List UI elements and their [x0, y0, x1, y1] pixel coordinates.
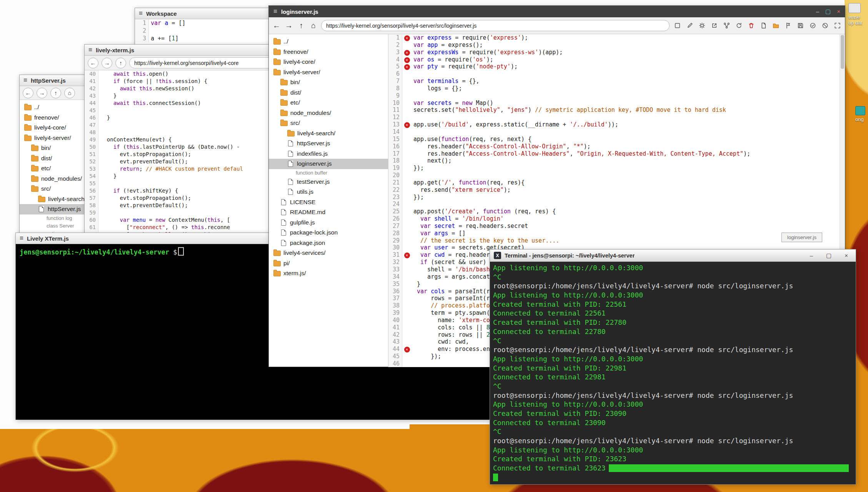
minimize-icon[interactable]: – — [810, 252, 813, 259]
menu-icon[interactable]: ≡ — [20, 234, 23, 242]
code-line[interactable]: 27 var secret = req.headers.secret — [388, 223, 845, 230]
terminal-console[interactable]: App listening to http://0.0.0.0:3000^Cro… — [490, 262, 856, 484]
maximize-icon[interactable]: ▢ — [825, 8, 831, 15]
code-line[interactable]: 61 ["reconnect", () => this.reconne — [85, 224, 300, 231]
code-line[interactable]: 43 } — [85, 92, 300, 100]
tree-item-indexfiles-js[interactable]: indexfiles.js — [269, 149, 388, 159]
error-icon[interactable]: × — [404, 35, 410, 41]
code-line[interactable]: 1×var express = require('express'); — [388, 34, 845, 42]
select-checkbox-icon[interactable] — [673, 21, 682, 30]
code-line[interactable]: 22 res.send("xterm service"); — [388, 186, 845, 194]
back-button[interactable]: ← — [23, 88, 33, 98]
code-line[interactable]: 26 var shell = '/bin/login' — [388, 215, 845, 223]
back-button[interactable]: ← — [88, 58, 98, 68]
code-line[interactable]: 13×app.use('/build', express.static(__di… — [388, 121, 845, 128]
save-icon[interactable] — [796, 21, 805, 30]
desktop-icon[interactable]: up dat — [848, 20, 862, 26]
error-icon[interactable]: × — [404, 64, 410, 70]
desktop-icon[interactable]: ong — [855, 106, 865, 122]
forward-button[interactable]: → — [102, 58, 112, 68]
code-line[interactable]: 21app.get('/', function(req, res){ — [388, 179, 845, 186]
tree-item-dist[interactable]: dist/ — [269, 88, 388, 98]
code-line[interactable]: 29 // the secret is the key to the user.… — [388, 237, 845, 244]
code-line[interactable]: 44 await this.connectSession() — [85, 100, 300, 107]
code-line[interactable]: 59 — [85, 209, 300, 216]
code-line[interactable]: 51 evt.stopPropagation(); — [85, 151, 300, 158]
tree-item-license[interactable]: LICENSE — [269, 197, 388, 208]
tree-item-utils-js[interactable]: utils.js — [269, 187, 388, 197]
xterm-editor-titlebar[interactable]: ≡ lively-xterm.js — [85, 45, 300, 56]
code-line[interactable]: 24 — [388, 201, 845, 208]
code-line[interactable]: 19}); — [388, 165, 845, 172]
code-line[interactable]: 45 — [85, 107, 300, 114]
code-line[interactable]: 15app.use(function(req, res, next) { — [388, 136, 845, 143]
code-line[interactable]: 10var secrets = new Map() — [388, 100, 845, 107]
code-line[interactable]: 50 if (this.lastPointerUp && (Date.now()… — [85, 143, 300, 151]
code-line[interactable]: 23}); — [388, 194, 845, 201]
terminal-titlebar[interactable]: X Terminal - jens@sensorpi: ~/lively4/li… — [490, 249, 856, 262]
error-icon[interactable]: × — [404, 253, 410, 258]
menu-icon[interactable]: ≡ — [88, 46, 92, 54]
code-line[interactable]: 16 res.header("Access-Control-Allow-Orig… — [388, 143, 845, 150]
url-bar[interactable] — [321, 20, 670, 31]
up-button[interactable]: ↑ — [115, 58, 126, 68]
tree-item-gulpfile-js[interactable]: gulpfile.js — [269, 218, 388, 228]
dependency-graph-icon[interactable] — [722, 21, 731, 30]
code-line[interactable]: 42 await this.newSession() — [85, 85, 300, 92]
settings-gears-icon[interactable] — [697, 21, 706, 30]
tree-item-node-modules[interactable]: node_modules/ — [269, 108, 388, 118]
code-line[interactable]: 11secrets.set("hellolively", "jens") // … — [388, 106, 845, 114]
tree-item-loginserver-js[interactable]: loginserver.js — [269, 159, 388, 169]
tree-item-testserver-js[interactable]: testServer.js — [269, 177, 388, 187]
code-line[interactable]: 6 — [388, 70, 845, 78]
error-icon[interactable]: × — [404, 347, 410, 352]
delete-trash-icon[interactable] — [746, 21, 756, 30]
code-line[interactable]: 18 next(); — [388, 157, 845, 165]
tree-item-src[interactable]: src/ — [269, 118, 388, 128]
menu-icon[interactable]: ≡ — [139, 10, 143, 17]
tree-item-pi[interactable]: pi/ — [269, 258, 388, 269]
xterm-editor-code[interactable]: 40 await this.open()41 if (force || !thi… — [85, 70, 300, 238]
code-line[interactable]: 12 — [388, 114, 845, 121]
cancel-icon[interactable] — [820, 21, 830, 30]
forward-button[interactable]: → — [37, 88, 47, 98]
code-line[interactable]: 25app.post('/create', function (req, res… — [388, 208, 845, 215]
tree-item-xterm-js[interactable]: xterm.js/ — [269, 268, 388, 279]
code-line[interactable]: 2var app = express(); — [388, 42, 845, 49]
tree-item-lively4-server[interactable]: lively4-server/ — [269, 67, 388, 78]
code-line[interactable]: 58 evt.preventDefault(); — [85, 202, 300, 209]
code-line[interactable]: 41 if (force || !this.session) { — [85, 78, 300, 85]
code-line[interactable]: 55 — [85, 180, 300, 187]
code-line[interactable]: 46 } — [85, 114, 300, 121]
code-line[interactable]: 4×var os = require('os'); — [388, 56, 845, 63]
tree-item-etc[interactable]: etc/ — [269, 98, 388, 108]
code-line[interactable]: 40 await this.open() — [85, 70, 300, 78]
code-line[interactable]: 20 — [388, 172, 845, 179]
tree-item-bin[interactable]: bin/ — [269, 77, 388, 88]
tree-item-lively4-core[interactable]: lively4-core/ — [269, 57, 388, 67]
code-line[interactable]: 3×var expressWs = require('express-ws')(… — [388, 49, 845, 56]
code-line[interactable]: 5×var pty = require('node-pty'); — [388, 63, 845, 70]
code-line[interactable]: 54 } — [85, 173, 300, 180]
close-icon[interactable]: × — [837, 8, 840, 15]
fullscreen-icon[interactable] — [833, 21, 842, 30]
back-button[interactable]: ← — [272, 21, 281, 31]
close-icon[interactable]: × — [845, 252, 848, 259]
code-line[interactable]: 17 res.header("Access-Control-Allow-Head… — [388, 150, 845, 158]
new-file-icon[interactable] — [759, 21, 768, 30]
error-icon[interactable]: × — [404, 57, 410, 63]
loginserver-titlebar[interactable]: ≡ loginserver.js – ▢ × — [269, 6, 845, 17]
tree-item-readme-md[interactable]: README.md — [269, 207, 388, 218]
code-line[interactable]: 8 logs = {}; — [388, 85, 845, 92]
code-line[interactable]: 56 if (!evt.shiftKey) { — [85, 187, 300, 194]
home-button[interactable]: ⌂ — [64, 88, 75, 98]
open-external-icon[interactable] — [710, 21, 719, 30]
maximize-icon[interactable]: ▢ — [826, 252, 831, 259]
scrollbar-thumb[interactable] — [841, 35, 844, 69]
up-button[interactable]: ↑ — [297, 21, 306, 31]
tree-item-httpserver-js[interactable]: httpServer.js — [269, 138, 388, 149]
code-line[interactable]: 60 var menu = new ContextMenu(this, [ — [85, 216, 300, 224]
tree-item-package-lock-json[interactable]: package-lock.json — [269, 228, 388, 238]
code-line[interactable]: 49 onContextMenu(evt) { — [85, 136, 300, 143]
code-line[interactable]: 28 var args = [] — [388, 230, 845, 237]
